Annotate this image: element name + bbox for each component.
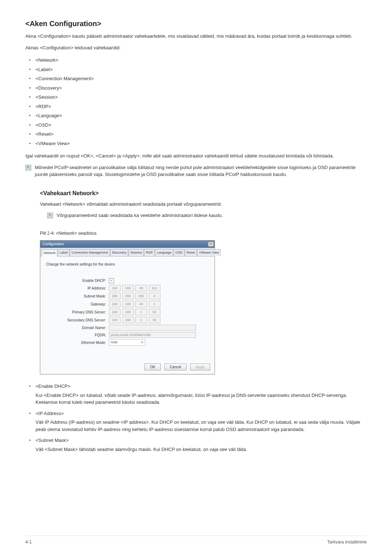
subnet-octet-4[interactable]	[149, 293, 160, 299]
enable-dhcp-label: Enable DHCP:	[46, 278, 109, 283]
list-item: <Label>	[25, 65, 367, 74]
config-window: Configuration × Network Label Connection…	[40, 240, 215, 375]
ip-octet-4[interactable]	[149, 285, 160, 291]
list-item: <Network>	[25, 56, 367, 65]
ethernet-mode-label: Ethernet Mode:	[46, 340, 109, 345]
enable-dhcp-checkbox[interactable]: ✔	[109, 278, 114, 283]
tabs-list: <Network> <Label> <Connection Management…	[25, 56, 367, 148]
pdns-octet-2[interactable]	[122, 309, 134, 315]
window-titlebar: Configuration ×	[40, 241, 215, 248]
tab-discovery[interactable]: Discovery	[110, 249, 128, 257]
list-item: <Subnet Mask>	[25, 436, 367, 445]
apply-note: Igal vahekaardil on nupud <OK>, <Cancel>…	[25, 152, 367, 160]
intro-paragraph: Akna <Configuration> kaudu pääseb admini…	[25, 33, 367, 40]
note-icon: ✎	[25, 165, 31, 171]
tab-vmware-view[interactable]: VMware View	[197, 249, 221, 257]
list-item: <IP Address>	[25, 409, 367, 418]
page-title: <Aken Configuration>	[25, 18, 367, 29]
gateway-octet-1[interactable]	[109, 301, 121, 307]
ok-button[interactable]: OK	[144, 364, 160, 370]
ethernet-mode-value: Auto	[111, 340, 118, 345]
tab-network[interactable]: Network	[42, 250, 57, 257]
subnet-octet-1[interactable]	[109, 293, 121, 299]
tab-rdp[interactable]: RDP	[144, 249, 155, 257]
chevron-down-icon: ▼	[141, 341, 143, 345]
tab-label[interactable]: Label	[58, 249, 69, 257]
list-item: <Connection Management>	[25, 74, 367, 83]
window-title: Configuration	[42, 241, 64, 247]
footer-title: Tarkvara installimine	[327, 539, 367, 545]
list-item: <Reset>	[25, 130, 367, 139]
tab-connection-management[interactable]: Connection Management	[70, 249, 110, 257]
gateway-octet-3[interactable]	[135, 301, 147, 307]
sdns-octet-3[interactable]	[135, 317, 147, 323]
subnet-mask-def-title: <Subnet Mask>	[36, 438, 69, 443]
tab-session[interactable]: Session	[128, 249, 144, 257]
fqdn-input[interactable]	[109, 332, 196, 338]
tab-description: Change the network settings for the devi…	[46, 262, 209, 267]
tab-language[interactable]: Language	[155, 249, 173, 257]
tab-bar: Network Label Connection Management Disc…	[40, 248, 215, 257]
pdns-octet-1[interactable]	[109, 309, 121, 315]
tab-reset[interactable]: Reset	[185, 249, 197, 257]
subnet-octet-2[interactable]	[122, 293, 134, 299]
ip-address-def-text: Väli IP Address (IP-aadress) on seadme <…	[36, 419, 367, 433]
sdns-octet-2[interactable]	[122, 317, 134, 323]
domain-name-label: Domain Name:	[46, 325, 109, 331]
list-item: <RDP>	[25, 102, 367, 111]
domain-name-input[interactable]	[109, 325, 196, 331]
subnet-mask-label: Subnet Mask:	[46, 294, 109, 299]
gateway-octet-2[interactable]	[122, 301, 134, 307]
ip-address-def-title: <IP Address>	[36, 411, 64, 416]
apply-button[interactable]: Apply	[190, 364, 210, 370]
ip-octet-3[interactable]	[135, 285, 147, 291]
sdns-octet-1[interactable]	[109, 317, 121, 323]
ethernet-mode-select[interactable]: Auto ▼	[109, 339, 145, 346]
list-item: <Language>	[25, 111, 367, 120]
sdns-octet-4[interactable]	[149, 317, 160, 323]
tabs-intro: Aknas <Configuration> leiduvad vahekaard…	[25, 44, 367, 52]
secondary-dns-label: Secondary DNS Server:	[46, 317, 109, 323]
cancel-button[interactable]: Cancel	[164, 364, 187, 370]
subnet-octet-3[interactable]	[135, 293, 147, 299]
fqdn-label: FQDN:	[46, 332, 109, 338]
list-item: <Discovery>	[25, 83, 367, 93]
info-note: Mõnedel PCoIP-seadmetel on paroolikaitse…	[35, 164, 367, 178]
list-item: <VMware View>	[25, 139, 367, 148]
figure-caption: Pilt 2-4: <Network> seadistus	[40, 230, 367, 237]
network-tab-intro: Vahekaart <Network> võimaldab administra…	[40, 201, 367, 208]
enable-dhcp-def-text: Kui <Enable DHCP> on lubatud, võtab sead…	[36, 392, 367, 406]
definitions-list: <Enable DHCP> Kui <Enable DHCP> on lubat…	[25, 382, 367, 453]
page-number: 4-1	[25, 539, 32, 545]
close-icon[interactable]: ×	[208, 242, 214, 247]
ip-octet-2[interactable]	[122, 285, 134, 291]
subnet-mask-def-text: Väli <Subnet Mask> tähistab seadme alamv…	[36, 446, 367, 453]
list-item: <Enable DHCP>	[25, 382, 367, 391]
list-item: <OSD>	[25, 120, 367, 130]
gateway-label: Gateway:	[46, 301, 109, 307]
primary-dns-label: Primary DNS Server:	[46, 309, 109, 315]
page-footer: 4-1 Tarkvara installimine	[25, 535, 367, 545]
list-item: <Session>	[25, 93, 367, 102]
ip-octet-1[interactable]	[109, 285, 121, 291]
gateway-octet-4[interactable]	[149, 301, 160, 307]
pdns-octet-4[interactable]	[149, 309, 160, 315]
enable-dhcp-def-title: <Enable DHCP>	[36, 383, 70, 389]
note-icon: ✎	[47, 213, 53, 218]
network-note: Võrguparameetreid saab seadistada ka vee…	[57, 212, 223, 219]
pdns-octet-3[interactable]	[135, 309, 147, 315]
tab-osd[interactable]: OSD	[173, 249, 184, 257]
network-tab-heading: <Vahekaart Network>	[40, 189, 367, 198]
ip-address-label: IP Address:	[46, 286, 109, 291]
